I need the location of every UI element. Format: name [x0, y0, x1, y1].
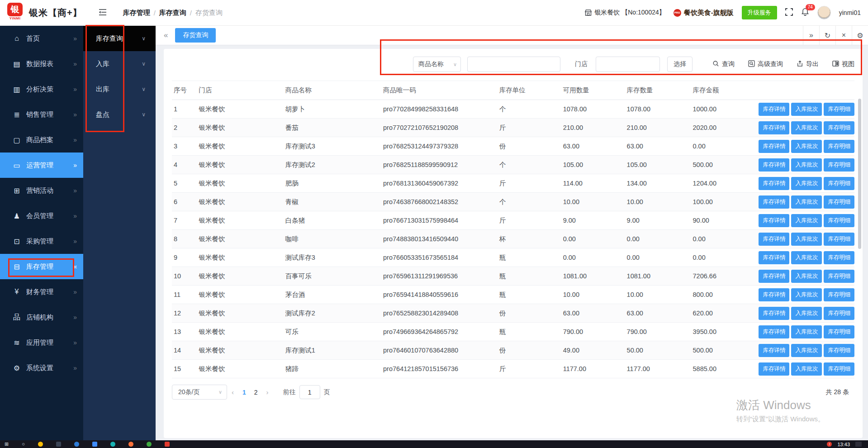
- inbound-batch-button[interactable]: 入库批次: [791, 362, 822, 376]
- stock-ledger-button[interactable]: 库存明细: [824, 103, 854, 116]
- inbound-batch-button[interactable]: 入库批次: [791, 158, 822, 172]
- inbound-batch-button[interactable]: 入库批次: [791, 214, 822, 227]
- taskbar-start-icon[interactable]: ⊞: [5, 442, 9, 447]
- tab-settings-icon[interactable]: ⚙: [852, 26, 868, 45]
- breadcrumb-item[interactable]: 库存查询: [159, 9, 186, 17]
- inbound-batch-button[interactable]: 入库批次: [791, 140, 822, 153]
- stock-detail-button[interactable]: 库存详情: [759, 214, 789, 227]
- user-avatar[interactable]: [817, 6, 831, 19]
- notifications-bell[interactable]: 74: [801, 8, 809, 18]
- stock-detail-button[interactable]: 库存详情: [759, 158, 789, 172]
- stock-detail-button[interactable]: 库存详情: [759, 177, 789, 190]
- taskbar-green-app-icon[interactable]: [147, 442, 152, 447]
- taskbar-teal-app-icon[interactable]: [110, 442, 115, 447]
- sidebar-item-operations[interactable]: ▭运营管理»: [0, 153, 83, 178]
- taskbar-chrome-icon[interactable]: [38, 442, 43, 447]
- stock-ledger-button[interactable]: 库存明细: [824, 177, 854, 190]
- stock-ledger-button[interactable]: 库存明细: [824, 121, 854, 134]
- scrollbar-thumb[interactable]: [858, 99, 861, 249]
- submenu-item-stock-out[interactable]: 出库∨: [83, 76, 156, 102]
- taskbar-red-app-icon[interactable]: [165, 442, 170, 447]
- stock-detail-button[interactable]: 库存详情: [759, 288, 789, 301]
- stock-detail-button[interactable]: 库存详情: [759, 362, 789, 376]
- sidebar-item-products[interactable]: ▢商品档案»: [0, 127, 83, 153]
- sidebar-item-members[interactable]: ♟会员管理»: [0, 203, 83, 229]
- stock-detail-button[interactable]: 库存详情: [759, 344, 789, 357]
- taskbar-tray-icon[interactable]: [855, 442, 862, 447]
- tab-scroll-left-icon[interactable]: «: [164, 31, 168, 40]
- stock-ledger-button[interactable]: 库存明细: [824, 344, 854, 357]
- inbound-batch-button[interactable]: 入库批次: [791, 344, 822, 357]
- sidebar-item-settings[interactable]: ⚙系统设置»: [0, 355, 83, 381]
- action-view-button[interactable]: 视图: [832, 60, 854, 68]
- expand-tabs-icon[interactable]: »: [803, 26, 819, 45]
- sidebar-item-stores[interactable]: 品店铺机构»: [0, 305, 83, 330]
- stock-ledger-button[interactable]: 库存明细: [824, 233, 854, 246]
- username-label[interactable]: yinmi01: [839, 9, 861, 16]
- fullscreen-icon[interactable]: [785, 8, 793, 17]
- breadcrumb-item[interactable]: 存货查询: [195, 9, 223, 17]
- stock-ledger-button[interactable]: 库存明细: [824, 195, 854, 209]
- taskbar-firefox-icon[interactable]: [128, 442, 133, 447]
- sidebar-item-marketing[interactable]: ⊞营销活动»: [0, 178, 83, 203]
- taskbar-search-icon[interactable]: ○: [22, 442, 25, 447]
- sidebar-item-purchase[interactable]: ⊡采购管理»: [0, 229, 83, 254]
- stock-detail-button[interactable]: 库存详情: [759, 251, 789, 264]
- submenu-item-stock-in[interactable]: 入库∨: [83, 51, 156, 76]
- sidebar-item-home[interactable]: ⌂首页»: [0, 26, 83, 51]
- prev-page-icon[interactable]: ‹: [232, 388, 234, 396]
- store-select-button[interactable]: 选择: [667, 57, 693, 72]
- refresh-icon[interactable]: ↻: [819, 26, 835, 45]
- sidebar-item-apps[interactable]: ≋应用管理»: [0, 330, 83, 355]
- page-number-2[interactable]: 2: [254, 389, 258, 396]
- taskbar-edge-icon[interactable]: [74, 442, 79, 447]
- taskbar-browser-blue-icon[interactable]: [92, 442, 97, 447]
- goto-page-input[interactable]: [299, 385, 320, 399]
- stock-ledger-button[interactable]: 库存明细: [824, 214, 854, 227]
- stock-ledger-button[interactable]: 库存明细: [824, 307, 854, 320]
- stock-detail-button[interactable]: 库存详情: [759, 233, 789, 246]
- action-search-button[interactable]: 查询: [712, 60, 735, 68]
- submenu-item-stocktake[interactable]: 盘点∨: [83, 102, 156, 127]
- sidebar-item-sales[interactable]: ≣销售管理»: [0, 102, 83, 127]
- stock-ledger-button[interactable]: 库存明细: [824, 140, 854, 153]
- inbound-batch-button[interactable]: 入库批次: [791, 195, 822, 209]
- inbound-batch-button[interactable]: 入库批次: [791, 103, 822, 116]
- sidebar-item-analysis[interactable]: ▥分析决策»: [0, 76, 83, 102]
- inbound-batch-button[interactable]: 入库批次: [791, 233, 822, 246]
- action-export-button[interactable]: 导出: [797, 60, 819, 68]
- keyword-input[interactable]: [467, 57, 560, 72]
- inbound-batch-button[interactable]: 入库批次: [791, 270, 822, 283]
- sidebar-item-inventory[interactable]: ⊟库存管理«: [0, 254, 83, 279]
- tab-stock-query[interactable]: 存货查询: [175, 28, 216, 43]
- sidebar-item-reports[interactable]: ▤数据报表»: [0, 51, 83, 76]
- inbound-batch-button[interactable]: 入库批次: [791, 325, 822, 338]
- store-filter-input[interactable]: [596, 57, 660, 72]
- action-adv-search-button[interactable]: 高级查询: [748, 60, 783, 68]
- taskbar-clock[interactable]: 13:43: [837, 442, 850, 447]
- inbound-batch-button[interactable]: 入库批次: [791, 288, 822, 301]
- stock-detail-button[interactable]: 库存详情: [759, 270, 789, 283]
- page-size-select[interactable]: 20条/页 ∨: [172, 385, 227, 400]
- inbound-batch-button[interactable]: 入库批次: [791, 251, 822, 264]
- stock-ledger-button[interactable]: 库存明细: [824, 158, 854, 172]
- inbound-batch-button[interactable]: 入库批次: [791, 307, 822, 320]
- upgrade-service-button[interactable]: 升级服务: [742, 6, 777, 19]
- stock-ledger-button[interactable]: 库存明细: [824, 325, 854, 338]
- stock-detail-button[interactable]: 库存详情: [759, 195, 789, 209]
- inbound-batch-button[interactable]: 入库批次: [791, 121, 822, 134]
- stock-ledger-button[interactable]: 库存明细: [824, 362, 854, 376]
- menu-collapse-icon[interactable]: [99, 9, 107, 17]
- stock-detail-button[interactable]: 库存详情: [759, 103, 789, 116]
- stock-ledger-button[interactable]: 库存明细: [824, 270, 854, 283]
- stock-detail-button[interactable]: 库存详情: [759, 325, 789, 338]
- stock-ledger-button[interactable]: 库存明细: [824, 288, 854, 301]
- stock-detail-button[interactable]: 库存详情: [759, 307, 789, 320]
- submenu-item-inventory-query[interactable]: 库存查询∨: [83, 26, 156, 51]
- breadcrumb-item[interactable]: 库存管理: [123, 9, 150, 17]
- close-tab-icon[interactable]: ×: [835, 26, 852, 45]
- store-selector[interactable]: 银米餐饮 【No:100024】: [585, 9, 665, 17]
- inbound-batch-button[interactable]: 入库批次: [791, 177, 822, 190]
- taskbar-alert-icon[interactable]: !: [827, 442, 832, 447]
- stock-ledger-button[interactable]: 库存明细: [824, 251, 854, 264]
